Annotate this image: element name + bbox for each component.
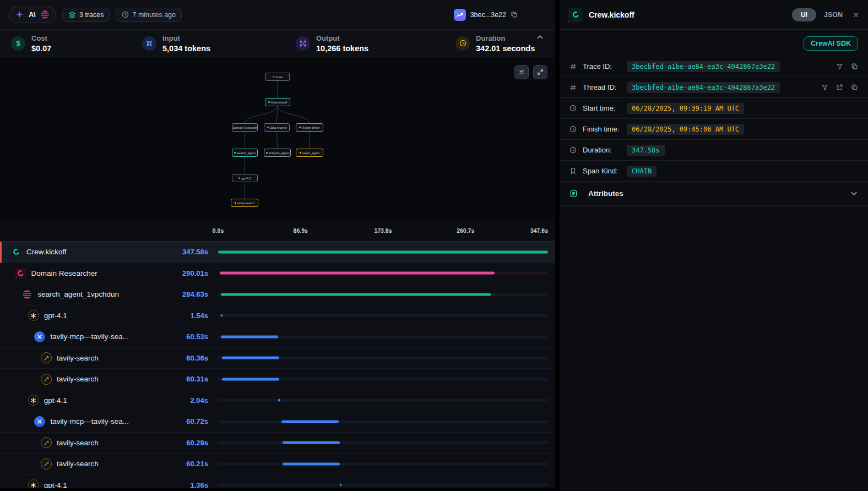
copy-icon[interactable] [851,63,858,70]
graph-node-label: tavily-search [237,201,254,205]
span-bar[interactable] [220,272,495,275]
span-duration: 284.63s [177,290,208,298]
crewai-logo-icon [568,8,583,22]
graph-node[interactable]: tavily-search [231,199,258,207]
funnel-icon[interactable] [836,63,843,70]
graph-node[interactable]: analysis_agent [264,149,291,157]
trace-viewer-app: A\ 3 traces 7 minutes ago 3bec...3e22 $C… [0,0,868,491]
span-track [218,441,548,444]
clock-icon [569,105,578,112]
attributes-label: Attributes [588,189,623,198]
field-value: 3becbfed-a1be-ae84-ea3c-4942867a3e22 [627,82,780,93]
clock-icon [569,126,578,133]
trace-main-column: A\ 3 traces 7 minutes ago 3bec...3e22 $C… [0,0,555,491]
graph-node[interactable]: Crew [265,73,290,81]
graph-node-label: Data Analyst [270,126,287,129]
mcp-blue-icon [34,331,45,342]
chevron-down-icon[interactable] [850,189,858,198]
graph-node-label: Crew.kickoff [271,101,287,104]
span-row[interactable]: Crew.kickoff347.58s [0,242,555,263]
span-bar[interactable] [218,250,548,253]
graph-node[interactable]: Report Writer [296,123,323,132]
span-name: gpt-4.1 [44,481,67,488]
clock-icon [569,146,578,154]
span-row[interactable]: search_agent_1vpchdun284.63s [0,284,555,305]
field-value: 3becbfed-a1be-ae84-ea3c-4942867a3e22 [627,61,780,72]
mcp-blue-icon [34,416,45,427]
span-bar[interactable] [221,335,278,338]
hash-icon [569,84,578,91]
graph-node-label: Report Writer [302,126,320,129]
tavily-icon [41,374,52,385]
attributes-section-header[interactable]: Attributes [560,182,868,206]
span-bar[interactable] [221,314,223,317]
span-bar[interactable] [340,484,341,487]
span-duration: 1.36s [185,481,208,488]
timeline-tick: 347.6s [530,227,548,234]
detail-field: Start time:06/28/2025, 09:39:19 AM UTC [560,98,868,119]
trace-graph-panel: CrewCrew.kickoffDomain ResearcherData An… [0,57,555,220]
span-duration: 60.72s [181,417,208,425]
span-row[interactable]: gpt-4.11.36s [0,475,555,489]
span-name: tavily-search [57,460,99,468]
span-bar[interactable] [222,378,279,380]
span-duration: 60.21s [181,460,208,468]
span-duration: 60.29s [181,439,208,447]
detail-field: Trace ID:3becbfed-a1be-ae84-ea3c-4942867… [560,56,868,77]
span-name: gpt-4.1 [44,396,67,405]
graph-expand-button[interactable] [533,65,547,79]
span-bar[interactable] [281,420,339,423]
span-bar[interactable] [221,293,491,296]
zigzag-icon [456,11,464,19]
close-panel-icon[interactable] [853,12,859,18]
output-arrows-icon [296,36,310,51]
detail-field: Duration:347.58s [560,140,868,161]
stat-label: Cost [31,34,51,42]
graph-node[interactable]: Domain Researcher [232,123,258,132]
span-row[interactable]: tavily-search60.36s [0,348,555,369]
field-label: Span Kind: [583,167,627,175]
external-icon[interactable] [836,84,843,91]
traces-count-badge[interactable]: 3 traces [62,8,110,22]
span-row[interactable]: tavily-search60.31s [0,369,555,390]
copy-icon[interactable] [511,11,518,18]
span-row[interactable]: gpt-4.11.54s [0,305,555,327]
detail-field: Span Kind:CHAIN [560,161,868,182]
dollar-icon: $ [11,36,25,51]
tab-ui[interactable]: UI [792,8,816,21]
span-row[interactable]: tavily-mcp---tavily-sea...60.53s [0,326,555,348]
graph-node[interactable]: Crew.kickoff [265,98,290,106]
tab-json[interactable]: JSON [824,11,843,19]
span-row[interactable]: gpt-4.12.04s [0,390,555,412]
span-name: tavily-mcp---tavily-sea... [50,332,129,341]
span-duration: 60.36s [181,354,208,362]
stat-output: Output10,266 tokens [296,34,455,53]
graph-node[interactable]: report_agent [296,149,323,157]
span-row[interactable]: tavily-mcp---tavily-sea...60.72s [0,411,555,433]
graph-node[interactable]: gpt-4.1 [232,174,258,182]
tavily-icon [41,459,52,470]
field-label: Finish time: [583,125,627,133]
graph-node[interactable]: Data Analyst [264,123,290,132]
span-row[interactable]: Domain Researcher290.01s [0,263,555,285]
copy-icon[interactable] [851,84,858,91]
span-bar[interactable] [278,399,280,402]
graph-node[interactable]: search_agent [232,149,258,157]
span-row[interactable]: tavily-search60.29s [0,433,555,454]
span-duration: 60.31s [181,375,208,383]
stat-label: Output [316,34,368,42]
funnel-icon[interactable] [821,84,828,91]
collapse-stats-chevron-icon[interactable] [536,33,544,41]
expand-icon [537,69,544,75]
graph-close-button[interactable] [514,65,529,79]
span-name: Domain Researcher [31,269,97,277]
stat-value: 10,266 tokens [316,44,368,53]
graph-node-label: Crew [275,75,283,79]
span-bar[interactable] [222,357,279,359]
span-row[interactable]: tavily-search60.21s [0,454,555,475]
span-bar[interactable] [283,462,340,465]
span-bar[interactable] [283,441,340,444]
field-label: Start time: [583,104,627,112]
span-track [218,314,548,317]
trace-age-label: 7 minutes ago [132,11,176,19]
